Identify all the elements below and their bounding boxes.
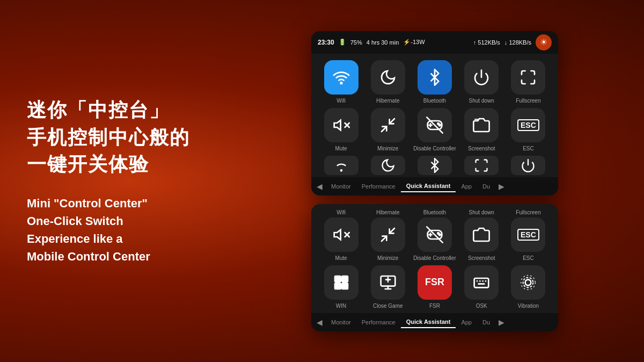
tab-du-bottom[interactable]: Du [477, 317, 495, 328]
svg-point-42 [525, 279, 531, 285]
b-minimize-button[interactable] [371, 218, 405, 252]
top-tab-bar: ◀ Monitor Performance Quick Assistant Ap… [311, 177, 558, 196]
wifi-label: Wifi [336, 98, 346, 104]
tab-arrow-right-top[interactable]: ▶ [495, 182, 508, 191]
esc-button[interactable]: ESC [511, 108, 545, 142]
battery-time: 4 hrs 30 min [367, 39, 399, 46]
b-disable-controller-button[interactable] [418, 218, 452, 252]
tab-du-top[interactable]: Du [477, 181, 495, 192]
svg-line-5 [389, 119, 394, 124]
top-grid: Wifi Hibernate B [311, 54, 558, 156]
minimize-item: Minimize [367, 108, 409, 151]
tab-arrow-left-top[interactable]: ◀ [313, 182, 326, 191]
svg-line-6 [382, 126, 386, 131]
svg-rect-30 [342, 283, 348, 289]
close-game-button[interactable] [371, 265, 405, 300]
fsr-label: FSR [429, 303, 440, 309]
grid-row-2: Mute Minimize [320, 108, 550, 151]
bluetooth-button[interactable] [418, 60, 452, 95]
tab-app-bottom[interactable]: App [456, 317, 477, 328]
esc-item: ESC ESC [507, 108, 550, 151]
hibernate-label: Hibernate [376, 98, 399, 104]
shutdown-button[interactable] [464, 60, 499, 95]
vibration-icon [519, 274, 537, 291]
svg-rect-27 [335, 276, 341, 282]
mute-label: Mute [335, 146, 347, 151]
osk-button[interactable] [464, 265, 499, 300]
b-minimize-label: Minimize [377, 255, 398, 261]
tab-arrow-right-bottom[interactable]: ▶ [495, 318, 508, 327]
b-fullscreen-label: Fullscreen [516, 209, 540, 215]
hibernate-button[interactable] [371, 60, 405, 95]
svg-line-19 [389, 228, 394, 233]
vibration-label: Vibration [518, 303, 539, 309]
screenshot-item: Screenshot [460, 108, 503, 151]
svg-point-14 [340, 170, 341, 171]
sun-icon: ☀ [536, 34, 552, 50]
tab-quick-assistant-top[interactable]: Quick Assistant [401, 180, 456, 192]
fullscreen-button[interactable] [511, 60, 545, 95]
shutdown-label: Shut down [469, 98, 494, 104]
tab-monitor-bottom[interactable]: Monitor [326, 317, 356, 328]
b-minimize-item: Minimize [367, 218, 409, 261]
battery-pct: 75% [350, 39, 362, 46]
disable-controller-button[interactable] [418, 108, 452, 142]
tab-performance-top[interactable]: Performance [356, 181, 401, 192]
partial-5 [507, 156, 550, 175]
b-minimize-icon [379, 226, 397, 243]
svg-rect-29 [335, 283, 341, 289]
svg-line-20 [382, 236, 386, 241]
minimize-button[interactable] [371, 108, 405, 142]
minimize-label: Minimize [377, 146, 398, 151]
win-label: WIN [336, 303, 346, 309]
b-esc-icon: ESC [517, 229, 539, 241]
chinese-title: 迷你「中控台」手机控制中心般的一键开关体验 [27, 97, 199, 178]
svg-marker-2 [334, 120, 340, 130]
b-shutdown-label-item: Shut down [460, 209, 503, 215]
b-mute-button[interactable] [324, 218, 358, 252]
wifi-button[interactable] [324, 60, 358, 95]
tab-monitor-top[interactable]: Monitor [326, 181, 356, 192]
wifi-item: Wifi [320, 60, 362, 104]
upload-speed: ↑ 512KB/s [473, 39, 500, 46]
partial-3 [413, 156, 456, 175]
mute-icon [333, 117, 350, 134]
english-title: Mini "Control Center"One-Click SwitchExp… [27, 194, 199, 265]
grid-row-1: Wifi Hibernate B [320, 60, 550, 104]
screenshot-button[interactable] [464, 108, 499, 142]
svg-marker-16 [334, 229, 340, 240]
mute-button[interactable] [324, 108, 358, 142]
hibernate-item: Hibernate [367, 60, 409, 104]
win-button[interactable] [324, 265, 358, 300]
download-speed: ↓ 128KB/s [504, 39, 531, 46]
tab-app-top[interactable]: App [456, 181, 477, 192]
minimize-icon [379, 117, 397, 134]
status-bar-right: ↑ 512KB/s ↓ 128KB/s ☀ [473, 34, 552, 50]
vibration-button[interactable] [511, 265, 545, 300]
b-esc-button[interactable]: ESC [511, 218, 545, 252]
b-mute-item: Mute [320, 218, 362, 261]
screenshot-label: Screenshot [468, 146, 495, 151]
fullscreen-icon [519, 69, 537, 86]
shutdown-item: Shut down [460, 60, 503, 104]
tab-arrow-left-bottom[interactable]: ◀ [313, 318, 326, 327]
bottom-grid-row1-labels: Wifi Hibernate Bluetooth Shut down Fulls… [320, 209, 550, 215]
b-screenshot-icon [473, 226, 490, 243]
b-hibernate-label: Hibernate [376, 209, 399, 215]
b-esc-label: ESC [523, 255, 534, 261]
status-time: 23:30 [318, 39, 334, 46]
fullscreen-label: Fullscreen [516, 98, 540, 104]
b-wifi-label: Wifi [336, 209, 346, 215]
osk-icon [473, 274, 490, 291]
tab-performance-bottom[interactable]: Performance [356, 317, 401, 328]
fsr-button[interactable]: FSR [418, 265, 452, 300]
fsr-item: FSR FSR [413, 265, 456, 309]
tab-quick-assistant-bottom[interactable]: Quick Assistant [401, 316, 456, 328]
close-game-icon [379, 274, 397, 291]
close-game-label: Close Game [373, 303, 403, 309]
svg-point-0 [340, 82, 342, 84]
b-fullscreen-label-item: Fullscreen [507, 209, 550, 215]
b-mute-icon [333, 226, 350, 243]
b-shutdown-label: Shut down [469, 209, 494, 215]
b-screenshot-button[interactable] [464, 218, 499, 252]
